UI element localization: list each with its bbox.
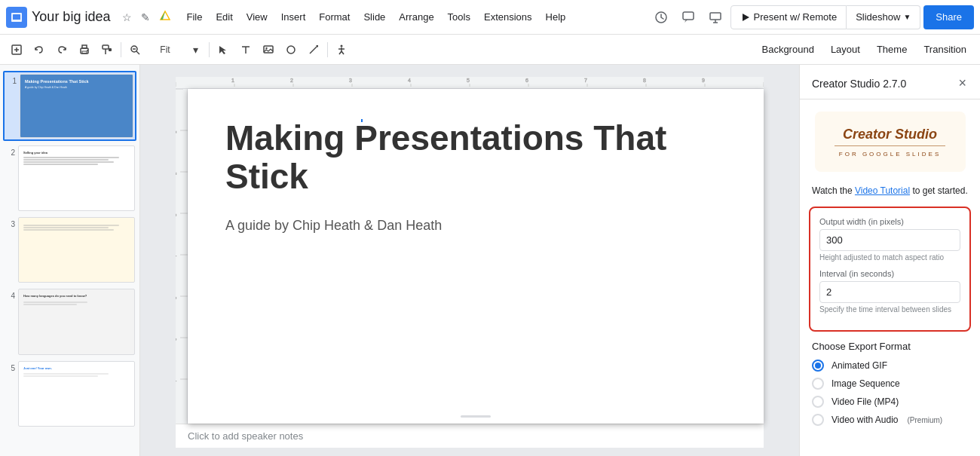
slide-item-3[interactable]: 3 [3, 216, 136, 284]
toolbar-divider-3 [327, 42, 328, 57]
print-icon [78, 44, 90, 56]
export-option-image-seq[interactable]: Image Sequence [812, 378, 968, 390]
menu-item-arrange[interactable]: Arrange [393, 8, 439, 26]
svg-text:7: 7 [584, 78, 587, 83]
panel-close-button[interactable]: × [957, 74, 968, 93]
width-input[interactable] [819, 229, 960, 251]
radio-mp4 [812, 396, 824, 408]
slide-main-title[interactable]: Making Presentations That Stick [225, 119, 726, 195]
toolbar-divider-1 [121, 42, 121, 57]
slide-canvas[interactable]: Making Presentations That Stick A guide … [188, 89, 764, 424]
right-panel: Creator Studio 2.7.0 × Creator Studio FO… [799, 65, 980, 456]
svg-text:6: 6 [525, 78, 528, 83]
undo-icon [33, 44, 45, 56]
height-field-hint: Height adjusted to match aspect ratio [819, 253, 960, 262]
background-button[interactable]: Background [754, 38, 821, 61]
layout-button[interactable]: Layout [823, 38, 868, 61]
export-option-gif[interactable]: Animated GIF [812, 360, 968, 372]
transition-button[interactable]: Transition [916, 38, 974, 61]
drive-icon[interactable] [156, 8, 174, 26]
svg-text:2: 2 [290, 78, 293, 83]
rename-icon[interactable]: ✎ [138, 10, 153, 25]
slideshow-dropdown-arrow: ▼ [903, 13, 911, 21]
history-icon-button[interactable] [649, 5, 673, 29]
creator-studio-logo-area: Creator Studio FOR GOOGLE SLIDES [800, 99, 980, 184]
menu-item-view[interactable]: View [240, 8, 274, 26]
svg-line-35 [341, 51, 344, 54]
theme-button[interactable]: Theme [869, 38, 914, 61]
line-icon [308, 44, 320, 56]
slide-number-4: 4 [5, 292, 15, 300]
menu-item-tools[interactable]: Tools [442, 8, 476, 26]
menu-bar: Your big idea ☆ ✎ File Edit View Insert … [0, 0, 980, 35]
export-option-video-audio[interactable]: Video with Audio (Premium) [812, 414, 968, 426]
slide-item-5[interactable]: 5 Just one! Your own. [3, 360, 136, 428]
slide-subtitle[interactable]: A guide by Chip Heath & Dan Heath [225, 218, 442, 234]
undo-button[interactable] [29, 38, 50, 61]
svg-marker-9 [743, 14, 749, 21]
svg-marker-23 [219, 46, 226, 54]
zoom-out-icon [130, 44, 140, 55]
menu-item-edit[interactable]: Edit [210, 8, 238, 26]
slide-item-2[interactable]: 2 Selling your idea [3, 144, 136, 213]
menu-item-help[interactable]: Help [540, 8, 572, 26]
app-logo: Your big idea [6, 7, 110, 28]
video-tutorial-link[interactable]: Video Tutorial [855, 185, 910, 196]
slides-icon [10, 11, 23, 24]
paint-format-button[interactable] [96, 38, 118, 61]
accessibility-button[interactable] [331, 38, 352, 61]
share-button[interactable]: Share [923, 5, 974, 29]
present-icon [709, 11, 722, 24]
app-icon [6, 7, 27, 28]
comments-icon-button[interactable] [676, 5, 700, 29]
new-slide-button[interactable] [6, 38, 27, 61]
speaker-notes-area[interactable]: Click to add speaker notes [176, 424, 764, 448]
svg-rect-19 [109, 48, 112, 51]
svg-point-27 [265, 47, 267, 48]
interval-input[interactable] [819, 281, 960, 303]
svg-line-29 [310, 46, 317, 54]
svg-text:9: 9 [702, 78, 705, 83]
toolbar-right: Present w/ Remote Slideshow ▼ Share [649, 5, 974, 29]
svg-text:4: 4 [408, 78, 411, 83]
zoom-out-button[interactable] [124, 38, 145, 61]
slide-item-4[interactable]: 4 How many languages do you need to know… [3, 287, 136, 356]
select-tool-button[interactable] [213, 38, 234, 61]
ruler-vertical: 1 2 3 4 5 6 7 [176, 89, 188, 424]
slideshow-button[interactable]: Slideshow ▼ [847, 5, 920, 29]
share-label: Share [936, 11, 962, 23]
present-mode-icon-button[interactable] [703, 5, 727, 29]
drive-logo-icon [159, 10, 171, 22]
menu-item-file[interactable]: File [180, 8, 208, 26]
svg-rect-14 [82, 45, 87, 48]
cs-form-section: Output width (in pixels) Height adjusted… [809, 207, 971, 332]
slide-item-1[interactable]: 1 Making Presentations That Stick A guid… [3, 71, 136, 141]
radio-video-audio-label: Video with Audio [831, 415, 899, 425]
svg-text:1: 1 [176, 130, 177, 133]
star-icon[interactable]: ☆ [119, 10, 135, 25]
image-tool-button[interactable] [258, 38, 279, 61]
text-tool-button[interactable] [235, 38, 256, 61]
menu-item-insert[interactable]: Insert [275, 8, 312, 26]
present-remote-button[interactable]: Present w/ Remote [730, 5, 847, 29]
svg-text:8: 8 [643, 78, 646, 83]
canvas-with-ruler: 1 2 3 4 5 6 7 Making Presentations That … [176, 89, 764, 424]
menu-item-extensions[interactable]: Extensions [478, 8, 538, 26]
zoom-dropdown-button[interactable]: ▾ [185, 38, 206, 61]
shape-icon [285, 44, 297, 56]
shape-tool-button[interactable] [280, 38, 302, 61]
cs-logo-title: Creator Studio [843, 127, 937, 142]
line-tool-button[interactable] [303, 38, 324, 61]
print-button[interactable] [74, 38, 95, 61]
menu-item-slide[interactable]: Slide [357, 8, 391, 26]
svg-text:7: 7 [176, 379, 177, 382]
export-option-mp4[interactable]: Video File (MP4) [812, 396, 968, 408]
menu-item-format[interactable]: Format [313, 8, 356, 26]
panel-title: Creator Studio 2.7.0 [812, 78, 906, 90]
premium-badge: (Premium) [908, 416, 943, 424]
redo-button[interactable] [51, 38, 72, 61]
zoom-value[interactable]: Fit [147, 43, 183, 57]
cs-logo-subtitle: FOR GOOGLE SLIDES [839, 151, 941, 158]
radio-video-audio [812, 414, 824, 426]
notes-placeholder: Click to add speaker notes [188, 430, 303, 442]
